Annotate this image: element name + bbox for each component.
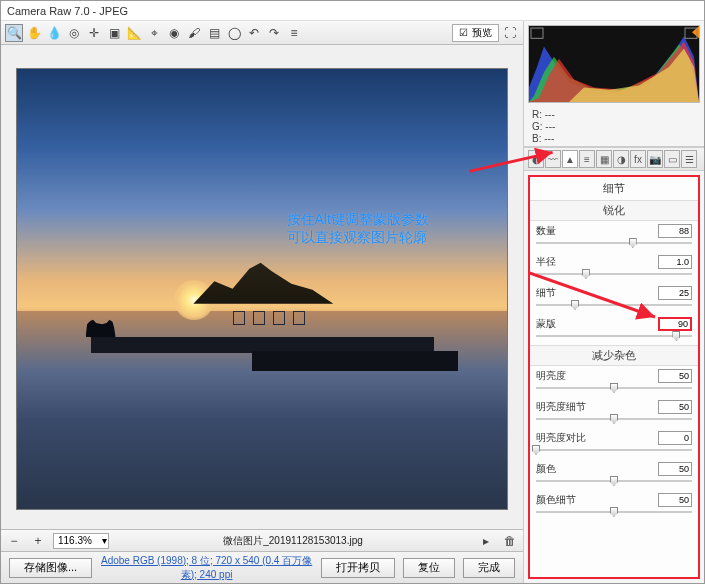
adjustment-brush-icon[interactable]: 🖌: [185, 24, 203, 42]
slider-masking: 蒙版90: [530, 314, 698, 345]
slider-thumb[interactable]: [571, 300, 579, 310]
slider-thumb[interactable]: [629, 238, 637, 248]
color-detail-slider[interactable]: [536, 511, 692, 513]
amount-label: 数量: [536, 224, 556, 238]
spot-removal-icon[interactable]: ⌖: [145, 24, 163, 42]
lum-detail-value[interactable]: 50: [658, 400, 692, 414]
target-adjust-icon[interactable]: ✛: [85, 24, 103, 42]
zoom-in-icon[interactable]: +: [29, 532, 47, 550]
rgb-r: R: ---: [532, 109, 696, 120]
rotate-ccw-icon[interactable]: ↶: [245, 24, 263, 42]
slider-thumb[interactable]: [610, 507, 618, 517]
detail-slider[interactable]: [536, 304, 692, 306]
graduated-filter-icon[interactable]: ▤: [205, 24, 223, 42]
radial-filter-icon[interactable]: ◯: [225, 24, 243, 42]
detail-label: 细节: [536, 286, 556, 300]
tab-hsl-icon[interactable]: ≡: [579, 150, 595, 168]
canvas-area[interactable]: 按住Alt键调整蒙版参数 可以直接观察图片轮廓: [1, 45, 523, 529]
detail-value[interactable]: 25: [658, 286, 692, 300]
white-balance-icon[interactable]: 💧: [45, 24, 63, 42]
color-sampler-icon[interactable]: ◎: [65, 24, 83, 42]
workflow-link[interactable]: Adobe RGB (1998); 8 位; 720 x 540 (0.4 百万…: [100, 554, 313, 582]
histogram[interactable]: [528, 25, 700, 103]
amount-slider[interactable]: [536, 242, 692, 244]
radius-value[interactable]: 1.0: [658, 255, 692, 269]
slider-thumb[interactable]: [610, 476, 618, 486]
red-eye-icon[interactable]: ◉: [165, 24, 183, 42]
zoombar: − + 116.3% ▾ 微信图片_20191128153013.jpg ▸ 🗑: [1, 529, 523, 551]
tab-split-icon[interactable]: ▦: [596, 150, 612, 168]
title-text: Camera Raw 7.0 - JPEG: [7, 5, 128, 17]
lum-contrast-value[interactable]: 0: [658, 431, 692, 445]
slider-thumb[interactable]: [610, 414, 618, 424]
zoom-out-icon[interactable]: −: [5, 532, 23, 550]
rgb-b: B: ---: [532, 133, 696, 144]
dock-right: [252, 351, 458, 371]
rotate-cw-icon[interactable]: ↷: [265, 24, 283, 42]
slider-lum-contrast: 明亮度对比0: [530, 428, 698, 459]
zoom-value: 116.3%: [58, 535, 92, 546]
slider-thumb[interactable]: [610, 383, 618, 393]
slider-color: 颜色50: [530, 459, 698, 490]
open-copy-button[interactable]: 打开拷贝: [321, 558, 395, 578]
trash-icon[interactable]: 🗑: [501, 532, 519, 550]
slider-radius: 半径1.0: [530, 252, 698, 283]
preview-button[interactable]: ☑ 预览: [452, 24, 499, 42]
straighten-tool-icon[interactable]: 📐: [125, 24, 143, 42]
annotation-text: 按住Alt键调整蒙版参数 可以直接观察图片轮廓: [287, 210, 429, 246]
next-icon[interactable]: ▸: [477, 532, 495, 550]
color-detail-value[interactable]: 50: [658, 493, 692, 507]
panel-title: 细节: [530, 177, 698, 200]
filename: 微信图片_20191128153013.jpg: [115, 534, 471, 548]
right-pane: R: --- G: --- B: --- ◐ 〰 ▲ ≡ ▦ ◑ fx 📷 ▭ …: [524, 21, 704, 583]
chairs: [233, 311, 305, 325]
body: 🔍 ✋ 💧 ◎ ✛ ▣ 📐 ⌖ ◉ 🖌 ▤ ◯ ↶ ↷ ≡ ☑ 预览 ⛶: [1, 21, 704, 583]
slider-thumb[interactable]: [532, 445, 540, 455]
slider-color-detail: 颜色细节50: [530, 490, 698, 521]
slider-lum-detail: 明亮度细节50: [530, 397, 698, 428]
annotation-line1: 按住Alt键调整蒙版参数: [287, 210, 429, 228]
tab-curve-icon[interactable]: 〰: [545, 150, 561, 168]
zoom-select[interactable]: 116.3% ▾: [53, 533, 109, 549]
luminance-slider[interactable]: [536, 387, 692, 389]
prefs-icon[interactable]: ≡: [285, 24, 303, 42]
tab-basic-icon[interactable]: ◐: [528, 150, 544, 168]
color-detail-label: 颜色细节: [536, 493, 576, 507]
color-value[interactable]: 50: [658, 462, 692, 476]
fullscreen-icon[interactable]: ⛶: [501, 24, 519, 42]
radius-slider[interactable]: [536, 273, 692, 275]
lum-detail-label: 明亮度细节: [536, 400, 586, 414]
lum-detail-slider[interactable]: [536, 418, 692, 420]
slider-thumb[interactable]: [672, 331, 680, 341]
camera-raw-window: Camera Raw 7.0 - JPEG 🔍 ✋ 💧 ◎ ✛ ▣ 📐 ⌖ ◉ …: [0, 0, 705, 584]
slider-thumb[interactable]: [582, 269, 590, 279]
save-image-button[interactable]: 存储图像...: [9, 558, 92, 578]
detail-panel: 细节 锐化 数量88 半径1.0 细节25 蒙版90: [528, 175, 700, 579]
masking-slider[interactable]: [536, 335, 692, 337]
lum-contrast-label: 明亮度对比: [536, 431, 586, 445]
photo-preview: 按住Alt键调整蒙版参数 可以直接观察图片轮廓: [17, 69, 507, 509]
amount-value[interactable]: 88: [658, 224, 692, 238]
svg-marker-3: [569, 49, 699, 102]
footer: 存储图像... Adobe RGB (1998); 8 位; 720 x 540…: [1, 551, 523, 583]
tab-camera-icon[interactable]: 📷: [647, 150, 663, 168]
left-pane: 🔍 ✋ 💧 ◎ ✛ ▣ 📐 ⌖ ◉ 🖌 ▤ ◯ ↶ ↷ ≡ ☑ 预览 ⛶: [1, 21, 524, 583]
tab-presets-icon[interactable]: ▭: [664, 150, 680, 168]
tab-snapshots-icon[interactable]: ☰: [681, 150, 697, 168]
masking-value[interactable]: 90: [658, 317, 692, 331]
tab-fx-icon[interactable]: fx: [630, 150, 646, 168]
luminance-value[interactable]: 50: [658, 369, 692, 383]
reset-button[interactable]: 复位: [403, 558, 455, 578]
slider-detail: 细节25: [530, 283, 698, 314]
lum-contrast-slider[interactable]: [536, 449, 692, 451]
annotation-line2: 可以直接观察图片轮廓: [287, 228, 429, 246]
tab-detail-icon[interactable]: ▲: [562, 150, 578, 168]
color-slider[interactable]: [536, 480, 692, 482]
done-button[interactable]: 完成: [463, 558, 515, 578]
crop-tool-icon[interactable]: ▣: [105, 24, 123, 42]
zoom-tool-icon[interactable]: 🔍: [5, 24, 23, 42]
panel-tabs: ◐ 〰 ▲ ≡ ▦ ◑ fx 📷 ▭ ☰: [524, 147, 704, 171]
tab-lens-icon[interactable]: ◑: [613, 150, 629, 168]
color-label: 颜色: [536, 462, 556, 476]
hand-tool-icon[interactable]: ✋: [25, 24, 43, 42]
